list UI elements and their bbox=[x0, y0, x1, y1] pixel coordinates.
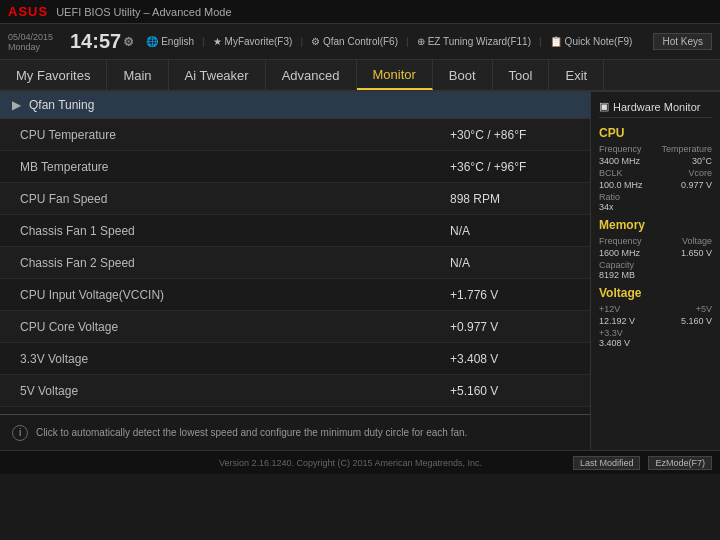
ez-mode-button[interactable]: EzMode(F7) bbox=[648, 456, 712, 470]
hw-capacity-label: Capacity bbox=[599, 260, 712, 270]
qfan-title: Qfan Tuning bbox=[29, 98, 94, 112]
language-label: English bbox=[161, 36, 194, 47]
hw-vcore-value: 0.977 V bbox=[681, 180, 712, 190]
day: Monday bbox=[8, 42, 58, 52]
note-icon: 📋 bbox=[550, 36, 562, 47]
sensor-33v: 3.3V Voltage +3.408 V bbox=[0, 343, 590, 375]
hw-mem-freq-label: Frequency bbox=[599, 236, 642, 246]
language-selector[interactable]: 🌐 English bbox=[146, 36, 194, 47]
sensor-cpu-fan: CPU Fan Speed 898 RPM bbox=[0, 183, 590, 215]
hw-mem-freq-row: Frequency Voltage bbox=[599, 236, 712, 246]
sensor-cpu-core-v-label: CPU Core Voltage bbox=[20, 320, 450, 334]
ez-tuning-button[interactable]: ⊕ EZ Tuning Wizard(F11) bbox=[417, 36, 531, 47]
sensor-33v-value: +3.408 V bbox=[450, 352, 570, 366]
sensor-mb-temp-label: MB Temperature bbox=[20, 160, 450, 174]
brand-bar: ASUS UEFI BIOS Utility – Advanced Mode bbox=[0, 0, 720, 24]
hw-v5-label: +5V bbox=[696, 304, 712, 314]
datetime: 05/04/2015 Monday bbox=[8, 32, 58, 52]
sensor-vccin: CPU Input Voltage(VCCIN) +1.776 V bbox=[0, 279, 590, 311]
nav-advanced[interactable]: Advanced bbox=[266, 60, 357, 90]
hot-keys-button[interactable]: Hot Keys bbox=[653, 33, 712, 50]
date: 05/04/2015 bbox=[8, 32, 58, 42]
expand-arrow: ▶ bbox=[12, 98, 21, 112]
sensor-5v: 5V Voltage +5.160 V bbox=[0, 375, 590, 407]
sensor-chassis-fan2-label: Chassis Fan 2 Speed bbox=[20, 256, 450, 270]
hw-ratio-value: 34x bbox=[599, 202, 712, 212]
hw-v12-val-row: 12.192 V 5.160 V bbox=[599, 316, 712, 326]
nav-monitor[interactable]: Monitor bbox=[357, 60, 433, 90]
info-icon: i bbox=[12, 425, 28, 441]
sensor-cpu-temp-label: CPU Temperature bbox=[20, 128, 450, 142]
nav-main[interactable]: Main bbox=[107, 60, 168, 90]
sensor-12v: 12V Voltage +12.192 V bbox=[0, 407, 590, 414]
nav-tool[interactable]: Tool bbox=[493, 60, 550, 90]
sensor-33v-label: 3.3V Voltage bbox=[20, 352, 450, 366]
footer: Version 2.16.1240. Copyright (C) 2015 Am… bbox=[0, 450, 720, 474]
hw-bclk-value: 100.0 MHz bbox=[599, 180, 643, 190]
time-display: 14:57 ⚙ bbox=[70, 30, 134, 53]
hw-voltage-section: Voltage bbox=[599, 286, 712, 300]
hw-v12-row: +12V +5V bbox=[599, 304, 712, 314]
main-content: ▶ Qfan Tuning CPU Temperature +30°C / +8… bbox=[0, 92, 720, 450]
hw-cpu-bclk-val-row: 100.0 MHz 0.977 V bbox=[599, 180, 712, 190]
monitor-icon: ▣ bbox=[599, 100, 609, 113]
nav-exit[interactable]: Exit bbox=[549, 60, 604, 90]
hw-vcore-label: Vcore bbox=[688, 168, 712, 178]
sensor-cpu-fan-value: 898 RPM bbox=[450, 192, 570, 206]
footer-version: Version 2.16.1240. Copyright (C) 2015 Am… bbox=[128, 458, 573, 468]
sensor-cpu-core-v-value: +0.977 V bbox=[450, 320, 570, 334]
hw-cpu-freq-value: 3400 MHz bbox=[599, 156, 640, 166]
status-bar: 05/04/2015 Monday 14:57 ⚙ 🌐 English | ★ … bbox=[0, 24, 720, 60]
sensor-chassis-fan1-label: Chassis Fan 1 Speed bbox=[20, 224, 450, 238]
status-icons: 🌐 English | ★ MyFavorite(F3) | ⚙ Qfan Co… bbox=[146, 36, 641, 47]
hw-v12-label: +12V bbox=[599, 304, 620, 314]
qfan-label: Qfan Control(F6) bbox=[323, 36, 398, 47]
sensor-5v-value: +5.160 V bbox=[450, 384, 570, 398]
brand-logo: ASUS bbox=[8, 4, 48, 19]
hw-cpu-freq-row: Frequency Temperature bbox=[599, 144, 712, 154]
hardware-monitor-panel: ▣ Hardware Monitor CPU Frequency Tempera… bbox=[590, 92, 720, 450]
sensor-mb-temp-value: +36°C / +96°F bbox=[450, 160, 570, 174]
hw-cpu-freq-label: Frequency bbox=[599, 144, 642, 154]
left-panel: ▶ Qfan Tuning CPU Temperature +30°C / +8… bbox=[0, 92, 590, 450]
nav-ai-tweaker[interactable]: Ai Tweaker bbox=[169, 60, 266, 90]
info-bar: i Click to automatically detect the lowe… bbox=[0, 414, 590, 450]
fan-icon: ⚙ bbox=[311, 36, 320, 47]
hw-cpu-temp-value: 30°C bbox=[692, 156, 712, 166]
hw-mem-freq-val-row: 1600 MHz 1.650 V bbox=[599, 248, 712, 258]
tuning-icon: ⊕ bbox=[417, 36, 425, 47]
hw-monitor-title: ▣ Hardware Monitor bbox=[599, 100, 712, 118]
sensor-5v-label: 5V Voltage bbox=[20, 384, 450, 398]
hw-cpu-temp-label: Temperature bbox=[661, 144, 712, 154]
sensor-cpu-core-v: CPU Core Voltage +0.977 V bbox=[0, 311, 590, 343]
star-icon: ★ bbox=[213, 36, 222, 47]
hw-mem-volt-label: Voltage bbox=[682, 236, 712, 246]
hw-cpu-freq-val-row: 3400 MHz 30°C bbox=[599, 156, 712, 166]
quick-note-label: Quick Note(F9) bbox=[565, 36, 633, 47]
quick-note-button[interactable]: 📋 Quick Note(F9) bbox=[550, 36, 633, 47]
sensor-mb-temp: MB Temperature +36°C / +96°F bbox=[0, 151, 590, 183]
sensor-cpu-fan-label: CPU Fan Speed bbox=[20, 192, 450, 206]
qfan-button[interactable]: ⚙ Qfan Control(F6) bbox=[311, 36, 398, 47]
sensor-vccin-value: +1.776 V bbox=[450, 288, 570, 302]
sensor-chassis-fan2-value: N/A bbox=[450, 256, 570, 270]
nav-boot[interactable]: Boot bbox=[433, 60, 493, 90]
nav-my-favorites[interactable]: My Favorites bbox=[0, 60, 107, 90]
hw-monitor-label: Hardware Monitor bbox=[613, 101, 700, 113]
hw-v33-value: 3.408 V bbox=[599, 338, 712, 348]
favorite-button[interactable]: ★ MyFavorite(F3) bbox=[213, 36, 293, 47]
time: 14:57 bbox=[70, 30, 121, 53]
sensor-chassis-fan1-value: N/A bbox=[450, 224, 570, 238]
last-modified-button[interactable]: Last Modified bbox=[573, 456, 641, 470]
hw-v33-label: +3.3V bbox=[599, 328, 712, 338]
favorite-label: MyFavorite(F3) bbox=[225, 36, 293, 47]
hw-memory-section: Memory bbox=[599, 218, 712, 232]
hw-cpu-bclk-row: BCLK Vcore bbox=[599, 168, 712, 178]
qfan-header[interactable]: ▶ Qfan Tuning bbox=[0, 92, 590, 119]
sensor-cpu-temp: CPU Temperature +30°C / +86°F bbox=[0, 119, 590, 151]
sensor-vccin-label: CPU Input Voltage(VCCIN) bbox=[20, 288, 450, 302]
hw-mem-volt-value: 1.650 V bbox=[681, 248, 712, 258]
settings-icon: ⚙ bbox=[123, 35, 134, 49]
sensor-list: CPU Temperature +30°C / +86°F MB Tempera… bbox=[0, 119, 590, 414]
sensor-chassis-fan1: Chassis Fan 1 Speed N/A bbox=[0, 215, 590, 247]
